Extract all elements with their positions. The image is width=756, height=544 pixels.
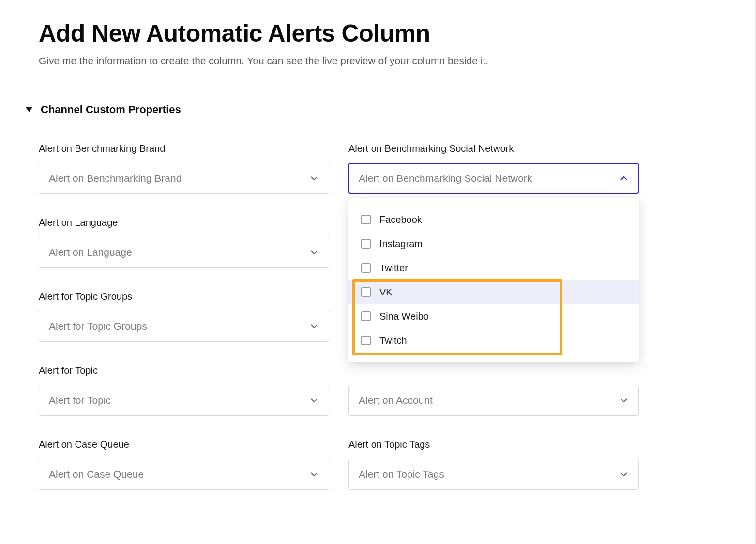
chevron-down-icon xyxy=(309,176,319,181)
dropdown-topic-groups[interactable]: Alert for Topic Groups xyxy=(39,311,329,342)
dropdown-topic-tags[interactable]: Alert on Topic Tags xyxy=(348,459,639,490)
section-divider xyxy=(195,110,639,110)
label-topic: Alert for Topic xyxy=(39,365,329,376)
page-subtitle: Give me the information to create the co… xyxy=(39,55,639,67)
chevron-down-icon xyxy=(309,471,319,477)
checkbox-icon[interactable] xyxy=(361,311,371,321)
chevron-down-icon xyxy=(309,397,319,403)
label-language: Alert on Language xyxy=(39,217,329,228)
field-account: Alert on Account xyxy=(348,365,639,416)
checkbox-icon[interactable] xyxy=(361,263,371,273)
chevron-down-icon xyxy=(619,471,629,477)
chevron-down-icon xyxy=(619,397,629,403)
checkbox-icon[interactable] xyxy=(361,215,371,224)
checkbox-icon[interactable] xyxy=(361,336,371,345)
option-label: Twitch xyxy=(379,335,407,346)
label-benchmarking-social-network: Alert on Benchmarking Social Network xyxy=(348,143,639,154)
collapse-toggle-icon[interactable] xyxy=(25,106,33,114)
form-grid: Alert on Benchmarking Brand Alert on Ben… xyxy=(39,143,639,490)
dropdown-placeholder: Alert on Language xyxy=(49,247,132,258)
option-label: Facebook xyxy=(379,214,422,225)
dropdown-topic[interactable]: Alert for Topic xyxy=(39,385,329,416)
dropdown-placeholder: Alert on Benchmarking Brand xyxy=(49,173,181,184)
field-topic-tags: Alert on Topic Tags Alert on Topic Tags xyxy=(348,439,639,490)
dropdown-placeholder: Alert on Account xyxy=(359,395,433,406)
checkbox-icon[interactable] xyxy=(361,287,371,297)
option-label: VK xyxy=(379,287,393,298)
chevron-down-icon xyxy=(309,250,319,255)
dropdown-account[interactable]: Alert on Account xyxy=(348,385,639,416)
field-topic-groups: Alert for Topic Groups Alert for Topic G… xyxy=(39,291,329,342)
label-benchmarking-brand: Alert on Benchmarking Brand xyxy=(39,143,329,154)
field-benchmarking-social-network: Alert on Benchmarking Social Network Ale… xyxy=(348,143,639,194)
option-facebook[interactable]: Facebook xyxy=(348,207,639,232)
chevron-down-icon xyxy=(309,323,319,329)
field-topic: Alert for Topic Alert for Topic xyxy=(39,365,329,416)
option-vk[interactable]: VK xyxy=(348,280,639,304)
chevron-up-icon xyxy=(619,176,629,181)
dropdown-menu-social-network: Facebook Instagram Twitter VK Sina Weibo xyxy=(348,198,639,362)
section-header[interactable]: Channel Custom Properties xyxy=(39,103,639,116)
option-twitch[interactable]: Twitch xyxy=(348,328,639,353)
dropdown-placeholder: Alert on Benchmarking Social Network xyxy=(359,173,532,184)
page-title: Add New Automatic Alerts Column xyxy=(39,19,639,47)
dropdown-case-queue[interactable]: Alert on Case Queue xyxy=(39,459,329,490)
checkbox-icon[interactable] xyxy=(361,239,371,249)
dropdown-placeholder: Alert on Case Queue xyxy=(49,469,144,480)
dropdown-placeholder: Alert for Topic xyxy=(49,395,111,406)
field-benchmarking-brand: Alert on Benchmarking Brand Alert on Ben… xyxy=(39,143,329,194)
svg-marker-0 xyxy=(26,107,32,112)
dropdown-placeholder: Alert on Topic Tags xyxy=(359,469,444,480)
option-label: Sina Weibo xyxy=(379,311,429,322)
label-case-queue: Alert on Case Queue xyxy=(39,439,329,450)
option-instagram[interactable]: Instagram xyxy=(348,232,639,256)
dropdown-language[interactable]: Alert on Language xyxy=(39,237,329,268)
dropdown-placeholder: Alert for Topic Groups xyxy=(49,321,147,332)
label-topic-tags: Alert on Topic Tags xyxy=(348,439,639,450)
field-language: Alert on Language Alert on Language xyxy=(39,217,329,268)
dropdown-benchmarking-brand[interactable]: Alert on Benchmarking Brand xyxy=(39,163,329,194)
section-title: Channel Custom Properties xyxy=(41,103,181,116)
option-label: Instagram xyxy=(379,238,423,250)
option-label: Twitter xyxy=(379,263,408,274)
field-case-queue: Alert on Case Queue Alert on Case Queue xyxy=(39,439,329,490)
dropdown-benchmarking-social-network[interactable]: Alert on Benchmarking Social Network xyxy=(348,163,639,194)
label-topic-groups: Alert for Topic Groups xyxy=(39,291,329,302)
option-twitter[interactable]: Twitter xyxy=(348,256,639,280)
option-sina-weibo[interactable]: Sina Weibo xyxy=(348,304,639,328)
